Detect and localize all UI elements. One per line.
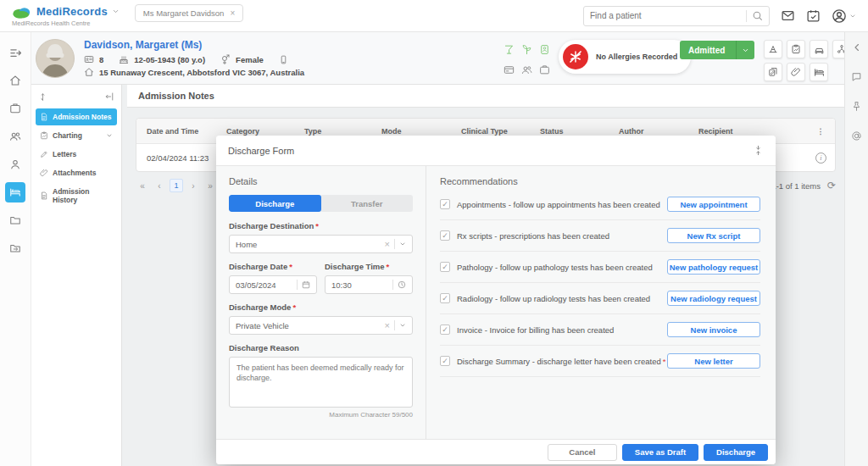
medicare-card-icon[interactable] <box>500 60 517 79</box>
column-header[interactable]: Date and Time <box>147 127 226 136</box>
family-icon[interactable] <box>518 60 535 79</box>
column-header[interactable]: Recipient <box>698 127 815 136</box>
sidebar-item-admission-history[interactable]: Admission History <box>36 183 117 208</box>
pathology-checkbox[interactable]: ✓ <box>440 262 450 272</box>
admissions-nav-icon[interactable] <box>5 182 25 202</box>
refresh-icon[interactable]: ⟳ <box>827 180 836 191</box>
recommendation-label: Appointments - follow up appointments ha… <box>457 200 660 209</box>
reorder-icon[interactable] <box>38 92 47 102</box>
account-menu[interactable] <box>832 8 856 24</box>
appointments-checkbox[interactable]: ✓ <box>440 199 450 209</box>
cancel-button[interactable]: Cancel <box>548 444 617 461</box>
patient-badge-icon[interactable] <box>536 40 553 58</box>
new-appointment-button[interactable]: New appointment <box>667 197 760 212</box>
patients-nav-icon[interactable] <box>5 154 25 175</box>
patient-banner: Davidson, Margaret (Ms) 8 12-05-1943 (80… <box>31 32 844 85</box>
modal-title: Discharge Form <box>228 146 294 156</box>
new-rx-script-button[interactable]: New Rx script <box>667 228 760 243</box>
row-info-icon[interactable]: i <box>815 153 826 164</box>
sidebar-item-attachments[interactable]: Attachments <box>36 164 117 181</box>
attachments-button[interactable] <box>787 63 805 81</box>
folder-nav-icon[interactable] <box>5 210 25 230</box>
patient-id-icon <box>84 54 94 64</box>
smoking-status-icon[interactable] <box>518 40 535 58</box>
rx-scripts-checkbox[interactable]: ✓ <box>440 230 450 241</box>
sidebar-item-letters[interactable]: Letters <box>36 146 117 163</box>
brand-chevron-down-icon[interactable] <box>112 8 120 15</box>
column-header[interactable]: Status <box>540 127 619 136</box>
next-page-button[interactable]: › <box>186 179 200 192</box>
sidebar-item-label: Charting <box>53 131 82 140</box>
dispense-button[interactable] <box>764 40 782 58</box>
alcohol-status-icon[interactable] <box>500 40 517 58</box>
admission-sidebar: Admission Notes Charting Letters Attachm… <box>31 85 122 466</box>
collapse-panel-chevron-left-icon[interactable] <box>852 42 862 53</box>
sidebar-item-charting[interactable]: Charting <box>36 127 117 144</box>
new-invoice-button[interactable]: New invoice <box>667 322 760 337</box>
patient-tab-label: Ms Margaret Davidson <box>143 8 225 18</box>
new-radiology-request-button[interactable]: New radiology request <box>667 291 760 306</box>
new-letter-button[interactable]: New letter <box>667 353 760 369</box>
tab-discharge[interactable]: Discharge <box>229 195 321 212</box>
discharge-summary-checkbox[interactable]: ✓ <box>440 356 450 366</box>
search-input[interactable] <box>590 11 746 20</box>
column-header[interactable]: Mode <box>381 127 461 136</box>
details-heading: Details <box>229 176 413 186</box>
save-as-draft-button[interactable]: Save as Draft <box>622 444 698 461</box>
collapse-sidebar-icon[interactable] <box>104 92 114 102</box>
patient-name-link[interactable]: Davidson, Margaret (Ms) <box>84 39 304 51</box>
column-header[interactable]: Category <box>226 127 304 136</box>
bed-button[interactable] <box>810 63 828 81</box>
admission-status-button[interactable]: Admitted <box>680 41 754 59</box>
appointments-status-icon[interactable] <box>536 60 553 79</box>
transport-button[interactable] <box>810 40 828 58</box>
home-nav-icon[interactable] <box>5 70 25 91</box>
discharge-destination-select[interactable]: Home × <box>229 235 413 253</box>
radiology-checkbox[interactable]: ✓ <box>440 293 450 303</box>
new-pathology-request-button[interactable]: New pathology request <box>667 259 760 275</box>
history-document-icon <box>40 191 48 200</box>
prev-page-button[interactable]: ‹ <box>153 179 166 192</box>
folder-export-nav-icon[interactable] <box>5 238 25 258</box>
patient-tab[interactable]: Ms Margaret Davidson × <box>135 4 243 22</box>
patient-avatar[interactable] <box>36 39 75 78</box>
sidebar-item-admission-notes[interactable]: Admission Notes <box>36 108 117 125</box>
patient-search[interactable] <box>583 6 770 26</box>
calendar-nav-icon[interactable] <box>5 98 25 119</box>
calendar-icon[interactable] <box>806 8 821 23</box>
discharge-date-input[interactable]: 03/05/2024 <box>229 275 317 294</box>
column-header[interactable]: Type <box>304 127 381 136</box>
invoice-checkbox[interactable]: ✓ <box>440 325 450 335</box>
allergy-pill[interactable]: No Allergies Recorded <box>559 40 691 74</box>
clear-icon[interactable]: × <box>385 239 390 249</box>
discharge-time-input[interactable]: 10:30 <box>325 275 413 294</box>
clinical-notes-button[interactable] <box>787 40 805 58</box>
edit-notes-button[interactable] <box>764 63 782 81</box>
messages-icon[interactable] <box>781 8 795 23</box>
recommendation-row-pathology: ✓ Pathology - follow up pathology tests … <box>440 252 760 283</box>
discharge-mode-value: Private Vehicle <box>236 321 385 330</box>
pin-icon[interactable] <box>851 101 862 112</box>
last-page-button[interactable]: » <box>203 179 217 192</box>
search-icon[interactable] <box>752 10 763 21</box>
comments-icon[interactable] <box>851 71 862 82</box>
current-page-button[interactable]: 1 <box>170 179 183 192</box>
column-header[interactable]: Clinical Type <box>461 127 540 136</box>
groups-nav-icon[interactable] <box>5 126 25 147</box>
tab-transfer[interactable]: Transfer <box>321 195 414 212</box>
discharge-mode-select[interactable]: Private Vehicle × <box>229 316 413 335</box>
mobile-phone-icon[interactable] <box>279 55 288 64</box>
clock-icon[interactable] <box>398 280 406 289</box>
discharge-button[interactable]: Discharge <box>704 444 768 461</box>
collapse-modal-icon[interactable] <box>753 145 764 156</box>
clinical-notes-icon <box>791 44 801 54</box>
discharge-reason-textarea[interactable]: The patient has been deemed medically re… <box>229 357 413 408</box>
table-options-icon[interactable]: ⋮ <box>815 127 826 136</box>
expand-menu-icon[interactable] <box>5 42 25 63</box>
patient-tab-close-icon[interactable]: × <box>230 8 235 18</box>
first-page-button[interactable]: « <box>136 179 149 192</box>
column-header[interactable]: Author <box>619 127 698 136</box>
calendar-icon[interactable] <box>302 280 310 289</box>
mentions-icon[interactable] <box>851 130 862 141</box>
clear-icon[interactable]: × <box>385 320 390 330</box>
